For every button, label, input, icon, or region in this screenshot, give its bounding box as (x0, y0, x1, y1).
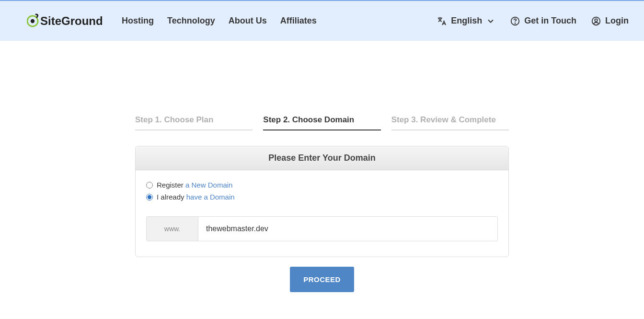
language-selector[interactable]: English (437, 16, 495, 26)
domain-input-group: www. (146, 216, 498, 241)
existing-prefix: I already (157, 193, 184, 201)
logo-text: SiteGround (40, 14, 103, 27)
user-icon (591, 16, 601, 26)
step-choose-plan[interactable]: Step 1. Choose Plan (135, 115, 253, 130)
nav-hosting[interactable]: Hosting (122, 16, 154, 26)
proceed-button[interactable]: PROCEED (290, 267, 354, 292)
radio-existing[interactable] (146, 194, 153, 201)
register-link-text: a New Domain (185, 181, 232, 189)
svg-point-5 (595, 19, 598, 22)
option-existing-domain[interactable]: I already have a Domain (146, 193, 498, 201)
nav-affiliates[interactable]: Affiliates (280, 16, 317, 26)
help-icon (510, 16, 520, 26)
chevron-down-icon (486, 16, 495, 26)
www-prefix: www. (147, 217, 198, 241)
step-review-complete[interactable]: Step 3. Review & Complete (391, 115, 509, 130)
get-in-touch-label: Get in Touch (524, 16, 576, 26)
option-register-domain[interactable]: Register a New Domain (146, 181, 498, 189)
checkout-steps: Step 1. Choose Plan Step 2. Choose Domai… (135, 115, 509, 130)
nav-technology[interactable]: Technology (167, 16, 215, 26)
site-header: SiteGround Hosting Technology About Us A… (0, 0, 644, 41)
logo[interactable]: SiteGround (27, 13, 108, 29)
existing-link-text: have a Domain (186, 193, 235, 201)
proceed-wrap: PROCEED (135, 267, 509, 292)
translate-icon (437, 16, 447, 26)
nav-about-us[interactable]: About Us (229, 16, 267, 26)
domain-input[interactable] (198, 217, 497, 241)
register-prefix: Register (157, 181, 184, 189)
login-link[interactable]: Login (591, 16, 629, 26)
svg-point-3 (515, 23, 516, 24)
language-label: English (451, 16, 482, 26)
radio-register[interactable] (146, 182, 153, 189)
card-title: Please Enter Your Domain (136, 146, 508, 170)
domain-card: Please Enter Your Domain Register a New … (135, 146, 509, 257)
login-label: Login (605, 16, 629, 26)
main-nav: Hosting Technology About Us Affiliates (122, 16, 317, 26)
get-in-touch-link[interactable]: Get in Touch (510, 16, 576, 26)
step-choose-domain[interactable]: Step 2. Choose Domain (263, 115, 380, 130)
svg-point-1 (31, 19, 34, 23)
card-body: Register a New Domain I already have a D… (136, 170, 508, 257)
header-right: English Get in Touch (437, 16, 629, 26)
